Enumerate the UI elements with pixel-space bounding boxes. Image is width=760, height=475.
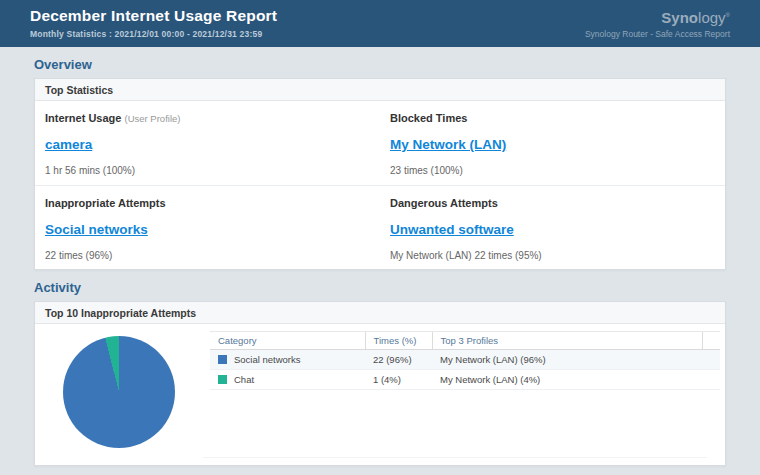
stat-link-camera[interactable]: camera bbox=[45, 137, 92, 152]
report-date-range: Monthly Statistics : 2021/12/01 00:00 - … bbox=[30, 29, 277, 39]
activity-section-title: Activity bbox=[34, 280, 726, 295]
cell-category: Social networks bbox=[210, 350, 365, 370]
overview-section-title: Overview bbox=[34, 57, 726, 72]
stat-link-social-networks[interactable]: Social networks bbox=[45, 222, 148, 237]
report-tagline: Synology Router - Safe Access Report bbox=[585, 29, 730, 39]
table-row-social-networks: Social networks 22 (96%) My Network (LAN… bbox=[210, 350, 720, 370]
stat-blocked-times-label: Blocked Times bbox=[390, 112, 705, 124]
stat-inappropriate-attempts-label: Inappropriate Attempts bbox=[45, 197, 360, 209]
stat-internet-usage-value: 1 hr 56 mins (100%) bbox=[45, 165, 360, 176]
column-header-category: Category bbox=[210, 332, 365, 350]
column-header-top3-profiles: Top 3 Profiles bbox=[432, 332, 702, 350]
cell-times: 1 (4%) bbox=[365, 370, 432, 390]
inappropriate-attempts-pie-chart bbox=[63, 336, 175, 448]
stat-dangerous-attempts: Dangerous Attempts Unwanted software My … bbox=[380, 185, 725, 269]
table-row-chat: Chat 1 (4%) My Network (LAN) (4%) bbox=[210, 370, 720, 390]
stat-internet-usage: Internet Usage (User Profile) camera 1 h… bbox=[35, 101, 380, 185]
report-header-right: Synology® Synology Router - Safe Access … bbox=[585, 7, 730, 39]
activity-card-title: Top 10 Inappropriate Attempts bbox=[35, 302, 725, 324]
top-statistics-card: Top Statistics Internet Usage (User Prof… bbox=[34, 78, 726, 270]
synology-logo: Synology® bbox=[585, 7, 730, 26]
table-header-row: Category Times (%) Top 3 Profiles bbox=[210, 332, 720, 350]
activity-card: Top 10 Inappropriate Attempts Category T… bbox=[34, 301, 726, 466]
column-header-times: Times (%) bbox=[365, 332, 432, 350]
stat-link-unwanted-software[interactable]: Unwanted software bbox=[390, 222, 514, 237]
report-header-left: December Internet Usage Report Monthly S… bbox=[30, 7, 277, 39]
cell-profiles: My Network (LAN) (96%) bbox=[432, 350, 702, 370]
stat-dangerous-attempts-value: My Network (LAN) 22 times (95%) bbox=[390, 250, 705, 261]
synology-logo-light: logy bbox=[698, 9, 726, 26]
cell-times: 22 (96%) bbox=[365, 350, 432, 370]
cell-category: Chat bbox=[210, 370, 365, 390]
legend-swatch-social-networks bbox=[218, 355, 227, 364]
stat-blocked-times: Blocked Times My Network (LAN) 23 times … bbox=[380, 101, 725, 185]
registered-mark-icon: ® bbox=[726, 12, 730, 18]
stat-dangerous-attempts-label: Dangerous Attempts bbox=[390, 197, 705, 209]
top-statistics-grid: Internet Usage (User Profile) camera 1 h… bbox=[35, 101, 725, 269]
top-statistics-card-title: Top Statistics bbox=[35, 79, 725, 101]
stat-inappropriate-attempts: Inappropriate Attempts Social networks 2… bbox=[35, 185, 380, 269]
report-header: December Internet Usage Report Monthly S… bbox=[0, 0, 760, 47]
inappropriate-attempts-table: Category Times (%) Top 3 Profiles Social… bbox=[210, 331, 719, 390]
column-header-empty bbox=[702, 332, 720, 350]
card-footer-divider bbox=[203, 457, 707, 458]
synology-logo-bold: Syno bbox=[661, 9, 698, 26]
stat-link-my-network-lan[interactable]: My Network (LAN) bbox=[390, 137, 506, 152]
legend-swatch-chat bbox=[218, 375, 227, 384]
stat-blocked-times-value: 23 times (100%) bbox=[390, 165, 705, 176]
report-body: Overview Top Statistics Internet Usage (… bbox=[0, 57, 760, 466]
stat-inappropriate-attempts-value: 22 times (96%) bbox=[45, 250, 360, 261]
stat-internet-usage-label: Internet Usage (User Profile) bbox=[45, 112, 360, 124]
report-title: December Internet Usage Report bbox=[30, 7, 277, 25]
activity-card-body: Category Times (%) Top 3 Profiles Social… bbox=[35, 324, 725, 465]
stat-internet-usage-label-suffix: (User Profile) bbox=[124, 113, 180, 124]
cell-profiles: My Network (LAN) (4%) bbox=[432, 370, 702, 390]
